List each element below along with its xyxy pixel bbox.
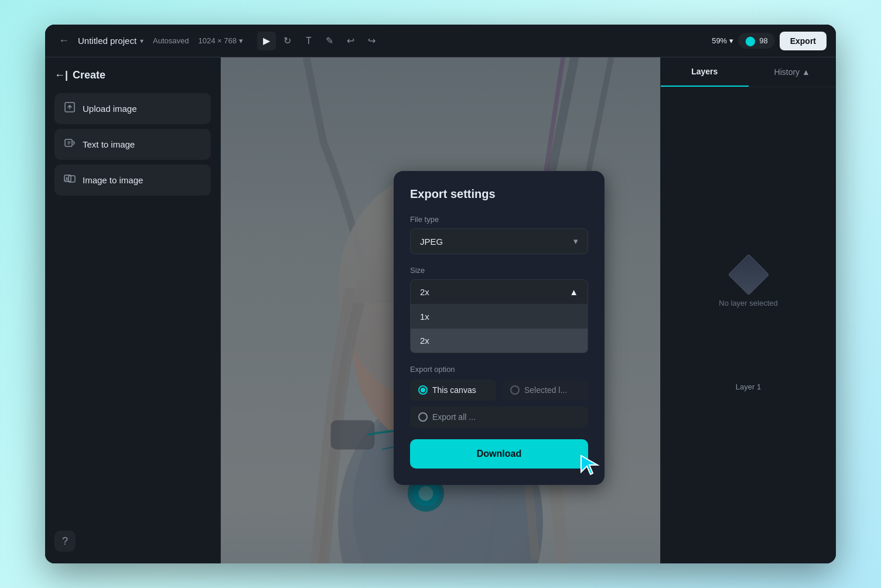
project-chevron-icon: ▾ [140,37,144,45]
project-title-label: Untitled project [78,36,136,46]
this-canvas-radio[interactable]: This canvas [410,380,496,401]
sidebar-header-label: Create [73,69,105,81]
toolbar: ▶ ↻ T ✎ ↩ ↪ [257,32,381,50]
this-canvas-radio-circle [418,385,428,395]
dimensions-chevron-icon: ▾ [239,36,243,45]
svg-point-4 [66,177,68,179]
canvas-area[interactable]: Export settings File type JPEG ▾ Size 2x… [221,57,660,563]
modal-title: Export settings [410,187,588,201]
text-to-image-button[interactable]: Text to image [54,129,211,160]
credits-count: 98 [759,36,767,45]
zoom-value: 59% [712,36,727,45]
zoom-selector[interactable]: 59% ▾ [712,36,733,45]
file-type-selector[interactable]: JPEG ▾ [410,228,588,254]
pen-tool-button[interactable]: ✎ [320,32,339,50]
size-dropdown: 1x 2x [410,305,588,353]
topbar: ← Untitled project ▾ Autosaved 1024 × 76… [45,25,836,57]
main-content: ←| Create Upload image [45,57,836,563]
file-type-value: JPEG [420,237,443,247]
export-all-radio-circle [418,412,428,422]
upload-image-button[interactable]: Upload image [54,93,211,124]
selected-radio[interactable]: Selected l... [502,380,588,401]
history-tab-label: History [774,67,800,77]
right-panel-tabs: Layers History ▲ [661,57,836,87]
size-1x-option[interactable]: 1x [411,305,588,329]
export-modal: Export settings File type JPEG ▾ Size 2x… [394,171,605,485]
file-type-label: File type [410,215,588,224]
upload-image-label: Upload image [83,104,137,114]
export-all-radio[interactable]: Export all ... [410,406,588,428]
size-selector[interactable]: 2x ▲ [410,279,588,305]
size-label: Size [410,266,588,275]
text-to-image-icon [64,137,76,152]
modal-overlay: Export settings File type JPEG ▾ Size 2x… [221,57,660,563]
size-chevron-icon: ▲ [569,287,578,297]
select-tool-button[interactable]: ▶ [257,32,276,50]
export-option-label: Export option [410,365,588,374]
undo-button[interactable]: ↩ [342,32,360,50]
help-button[interactable]: ? [54,531,76,552]
app-window: ← Untitled project ▾ Autosaved 1024 × 76… [45,25,836,563]
selected-label: Selected l... [524,385,567,395]
create-icon: ←| [54,69,68,81]
sidebar-header: ←| Create [54,69,211,81]
right-panel-content: No layer selected Layer 1 [661,87,836,563]
right-panel: Layers History ▲ No layer selected Layer… [660,57,836,563]
back-button[interactable]: ← [54,32,73,50]
upload-icon [64,101,76,116]
this-canvas-label: This canvas [432,385,476,395]
size-2x-option[interactable]: 2x [411,329,588,353]
credits-display: ⬤ 98 [738,33,774,49]
export-all-label: Export all ... [432,412,476,422]
image-to-image-button[interactable]: Image to image [54,165,211,196]
layer-1-label: Layer 1 [736,382,761,391]
dimensions-value: 1024 × 768 [199,36,237,45]
selected-radio-circle [510,385,520,395]
file-type-chevron-icon: ▾ [573,236,578,247]
image-to-image-icon [64,173,76,187]
project-title-button[interactable]: Untitled project ▾ [78,36,144,46]
download-button[interactable]: Download [410,439,588,469]
credits-icon: ⬤ [745,35,756,46]
layers-tab[interactable]: Layers [661,57,749,87]
size-value: 2x [420,287,429,297]
export-options: This canvas Selected l... [410,380,588,401]
left-sidebar: ←| Create Upload image [45,57,221,563]
autosaved-label: Autosaved [153,36,189,45]
history-tab[interactable]: History ▲ [749,57,836,87]
redo-button[interactable]: ↪ [363,32,381,50]
export-button[interactable]: Export [780,32,827,50]
image-to-image-label: Image to image [83,175,143,185]
text-to-image-label: Text to image [83,139,135,149]
layer-diamond-icon [728,254,769,295]
history-chevron-icon: ▲ [802,67,810,77]
help-icon: ? [62,535,68,548]
cursor-arrow [576,451,606,480]
text-tool-button[interactable]: T [299,32,318,50]
no-layer-message: No layer selected [719,299,777,307]
dimensions-selector[interactable]: 1024 × 768 ▾ [199,36,243,45]
size-container: 2x ▲ 1x 2x [410,279,588,353]
rotate-tool-button[interactable]: ↻ [278,32,297,50]
zoom-chevron-icon: ▾ [729,36,733,45]
